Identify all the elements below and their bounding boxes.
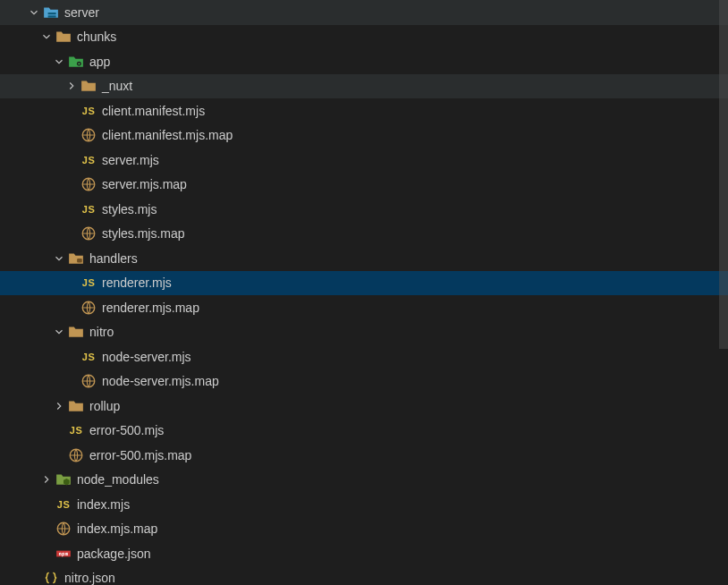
tree-item-label: error-500.mjs.map [89, 448, 191, 462]
map-file-icon [80, 373, 97, 389]
tree-item-label: error-500.mjs [89, 423, 164, 437]
chevron-down-icon[interactable] [39, 30, 54, 44]
folder-icon [55, 29, 72, 45]
js-file-icon: JS [68, 422, 84, 438]
svg-rect-1 [48, 15, 56, 17]
tree-file[interactable]: renderer.mjs.map [0, 295, 728, 320]
svg-text:npm: npm [58, 551, 68, 557]
folder-app-icon [68, 54, 84, 70]
tree-file[interactable]: JSnode-server.mjs [0, 344, 728, 369]
tree-folder[interactable]: _nuxt [0, 74, 728, 99]
folder-server-icon [43, 4, 59, 21]
tree-file[interactable]: nitro.json [0, 566, 728, 586]
tree-item-label: client.manifest.mjs [102, 104, 205, 118]
tree-file[interactable]: JSindex.mjs [0, 492, 728, 517]
tree-item-label: handlers [89, 251, 138, 266]
tree-item-label: app [89, 55, 110, 69]
json-file-icon [43, 570, 59, 585]
file-explorer-tree[interactable]: serverchunksapp_nuxtJSclient.manifest.mj… [0, 0, 728, 585]
tree-item-label: node_modules [77, 472, 159, 487]
map-file-icon [80, 176, 97, 192]
tree-folder[interactable]: nitro [0, 320, 728, 345]
scrollbar-thumb[interactable] [719, 0, 728, 349]
js-file-icon: JS [80, 152, 97, 168]
chevron-down-icon[interactable] [52, 55, 66, 69]
tree-file[interactable]: server.mjs.map [0, 173, 728, 198]
js-file-icon: JS [55, 496, 72, 513]
tree-item-label: server.mjs.map [102, 177, 187, 191]
tree-folder[interactable]: chunks [0, 25, 728, 50]
npm-file-icon: npm [55, 546, 72, 562]
folder-icon [68, 324, 84, 340]
map-file-icon [68, 447, 84, 463]
chevron-down-icon[interactable] [52, 251, 66, 266]
tree-item-label: renderer.mjs.map [102, 301, 199, 315]
tree-item-label: styles.mjs.map [102, 226, 185, 241]
chevron-down-icon[interactable] [27, 5, 41, 20]
tree-file[interactable]: styles.mjs.map [0, 222, 728, 247]
folder-icon [68, 398, 84, 414]
tree-item-label: index.mjs [77, 497, 130, 512]
tree-folder[interactable]: node_modules [0, 468, 728, 493]
map-file-icon [80, 127, 97, 143]
js-file-icon: JS [80, 275, 97, 291]
chevron-right-icon[interactable] [52, 399, 66, 413]
js-file-icon: JS [80, 201, 97, 217]
tree-file[interactable]: index.mjs.map [0, 517, 728, 542]
tree-item-label: server.mjs [102, 153, 159, 167]
tree-file[interactable]: JSclient.manifest.mjs [0, 98, 728, 123]
chevron-right-icon[interactable] [64, 79, 79, 93]
tree-item-label: renderer.mjs [102, 276, 172, 290]
tree-file[interactable]: JSserver.mjs [0, 148, 728, 173]
svg-rect-0 [48, 13, 56, 14]
folder-node-icon [55, 471, 72, 488]
tree-file[interactable]: JSstyles.mjs [0, 197, 728, 222]
tree-file[interactable]: error-500.mjs.map [0, 443, 728, 468]
tree-item-label: package.json [77, 547, 151, 561]
tree-item-label: index.mjs.map [77, 521, 157, 536]
js-file-icon: JS [80, 103, 97, 119]
tree-folder[interactable]: server [0, 0, 728, 25]
folder-icon [80, 78, 97, 94]
tree-item-label: node-server.mjs [102, 350, 191, 364]
tree-folder[interactable]: handlers [0, 246, 728, 271]
tree-file[interactable]: JSrenderer.mjs [0, 271, 728, 296]
tree-item-label: server [64, 5, 99, 20]
js-file-icon: JS [80, 349, 97, 365]
map-file-icon [55, 521, 72, 537]
tree-item-label: styles.mjs [102, 202, 157, 216]
chevron-right-icon[interactable] [39, 472, 54, 487]
tree-item-label: client.manifest.mjs.map [102, 128, 233, 142]
map-file-icon [80, 225, 97, 242]
svg-point-3 [78, 63, 80, 64]
tree-item-label: node-server.mjs.map [102, 374, 219, 388]
tree-item-label: chunks [77, 30, 116, 44]
tree-file[interactable]: JSerror-500.mjs [0, 419, 728, 444]
tree-folder[interactable]: app [0, 49, 728, 74]
chevron-down-icon[interactable] [52, 325, 66, 339]
tree-file[interactable]: client.manifest.mjs.map [0, 123, 728, 148]
tree-item-label: rollup [89, 399, 120, 413]
folder-handlers-icon [68, 250, 84, 267]
tree-item-label: nitro [89, 325, 114, 339]
tree-folder[interactable]: rollup [0, 394, 728, 419]
tree-item-label: nitro.json [64, 571, 115, 585]
tree-file[interactable]: node-server.mjs.map [0, 369, 728, 394]
svg-rect-7 [77, 259, 82, 263]
map-file-icon [80, 300, 97, 316]
tree-file[interactable]: npmpackage.json [0, 541, 728, 566]
tree-item-label: _nuxt [102, 79, 132, 93]
